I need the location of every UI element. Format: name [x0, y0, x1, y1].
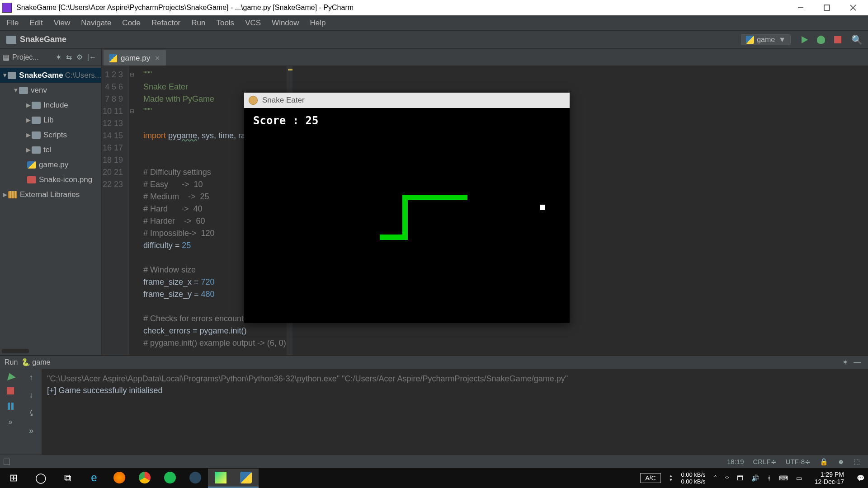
taskbar-edge[interactable]: e [81, 469, 107, 488]
menu-file[interactable]: File [3, 19, 24, 28]
menu-view[interactable]: View [48, 19, 76, 28]
menu-window[interactable]: Window [266, 19, 304, 28]
menu-edit[interactable]: Edit [24, 19, 48, 28]
tree-external-libraries[interactable]: ▶ External Libraries [0, 187, 101, 202]
run-configuration-selector[interactable]: game ▼ [741, 34, 791, 45]
console-output[interactable]: "C:\Users\Acer Aspire\AppData\Local\Prog… [42, 369, 868, 455]
project-tree[interactable]: ▼ SnakeGame C:\Users... ▼ venv ▶ Include… [0, 66, 101, 347]
wifi-icon[interactable]: ⌔ [725, 474, 729, 482]
debug-button[interactable] [817, 36, 825, 44]
snake-body [402, 195, 467, 200]
search-everywhere-icon[interactable]: 🔍 [851, 34, 863, 45]
tree-file-game[interactable]: game.py [0, 157, 101, 172]
menu-refactor[interactable]: Refactor [146, 19, 186, 28]
tree-lib[interactable]: ▶ Lib [0, 113, 101, 127]
chevron-right-icon[interactable]: ▶ [25, 102, 32, 108]
tree-tcl[interactable]: ▶ tcl [0, 142, 101, 157]
chevron-right-icon[interactable]: ▶ [25, 146, 32, 153]
run-button[interactable] [802, 36, 808, 43]
down-arrow-icon[interactable]: ↓ [29, 390, 33, 400]
more-icon[interactable]: » [29, 426, 33, 436]
stop-process-button[interactable] [7, 387, 14, 394]
project-tool-label[interactable]: Projec... [12, 53, 39, 61]
scroll-to-source-icon[interactable]: ⇆ [66, 53, 72, 61]
folder-icon [32, 146, 41, 154]
fold-gutter[interactable]: ⊟⊟ [129, 69, 135, 117]
chevron-right-icon[interactable]: ▶ [2, 191, 8, 198]
cortana-button[interactable]: ◯ [27, 468, 54, 488]
memory-icon[interactable]: ⬚ [854, 458, 860, 466]
settings-gear-icon[interactable]: ⚙ [76, 53, 83, 61]
taskbar-clock[interactable]: 1:29 PM 12-Dec-17 [810, 471, 849, 485]
tray-expand-icon[interactable]: ˄ [714, 474, 717, 482]
rerun-button[interactable] [5, 371, 16, 380]
run-target-name[interactable]: game [32, 358, 50, 366]
inspector-icon[interactable]: ☻ [837, 458, 844, 465]
navigation-bar: SnakeGame game ▼ 🔍 [0, 31, 868, 49]
start-button[interactable]: ⊞ [0, 468, 27, 488]
menu-help[interactable]: Help [305, 19, 331, 28]
game-surface[interactable]: Score : 25 [244, 108, 570, 323]
more-icon[interactable]: » [9, 418, 13, 426]
lock-icon[interactable]: 🔒 [820, 458, 828, 466]
volume-icon[interactable]: 🔊 [751, 474, 759, 482]
chevron-right-icon[interactable]: ▶ [25, 117, 32, 123]
tree-project-root[interactable]: ▼ SnakeGame C:\Users... [0, 68, 101, 83]
status-encoding[interactable]: UTF-8≑ [786, 458, 811, 466]
task-view-button[interactable]: ⧉ [54, 468, 81, 488]
location-icon[interactable]: ▭ [796, 474, 802, 482]
battery-icon[interactable]: 🗔 [737, 474, 743, 482]
menu-code[interactable]: Code [117, 19, 146, 28]
pause-button[interactable] [8, 403, 14, 410]
window-titlebar: SnakeGame [C:\Users\Acer Aspire\PycharmP… [0, 0, 868, 15]
collapse-all-icon[interactable]: ✶ [56, 53, 61, 61]
tree-venv[interactable]: ▼ venv [0, 83, 101, 98]
menu-run[interactable]: Run [186, 19, 211, 28]
tree-file-snakeicon[interactable]: Snake-icon.png [0, 172, 101, 187]
net-speed: 0.00 kB/s0.00 kB/s [681, 471, 705, 485]
taskbar-spotify[interactable] [157, 469, 183, 488]
taskbar-firefox[interactable] [107, 469, 132, 488]
notifications-icon[interactable]: 💬 [857, 474, 864, 482]
taskbar-pycharm[interactable] [208, 469, 233, 488]
keyboard-icon[interactable]: ⌨ [779, 474, 788, 482]
tree-scripts[interactable]: ▶ Scripts [0, 127, 101, 142]
bluetooth-icon[interactable]: ᚼ [767, 474, 771, 482]
project-view-icon[interactable]: ▤ [3, 53, 9, 61]
tool-windows-icon[interactable] [4, 459, 10, 465]
stop-button[interactable] [834, 36, 841, 43]
chevron-right-icon[interactable]: ▶ [25, 131, 32, 138]
taskbar-steam[interactable] [183, 469, 208, 488]
windows-taskbar: ⊞ ◯ ⧉ e A/C ▲▼ 0.00 kB/s0.00 kB/s ˄ ⌔ 🗔 … [0, 468, 868, 488]
image-file-icon [27, 176, 36, 183]
hide-tool-icon[interactable]: |← [87, 53, 96, 61]
status-line-sep[interactable]: CRLF≑ [753, 458, 777, 466]
horizontal-scrollbar[interactable] [2, 349, 29, 353]
python-icon [746, 36, 754, 44]
breadcrumb-root[interactable]: SnakeGame [20, 35, 66, 44]
python-icon [109, 54, 117, 62]
menu-tools[interactable]: Tools [211, 19, 240, 28]
tab-game-py[interactable]: game.py ✕ [104, 50, 166, 66]
pygame-titlebar[interactable]: Snake Eater [244, 93, 570, 108]
folder-icon [32, 102, 41, 109]
close-button[interactable] [840, 0, 866, 15]
minimize-button[interactable] [788, 0, 814, 15]
taskbar-chrome[interactable] [132, 469, 157, 488]
pygame-window[interactable]: Snake Eater Score : 25 [244, 93, 570, 323]
gear-icon[interactable]: ✶ [842, 358, 848, 366]
taskbar-python[interactable] [233, 469, 259, 488]
menu-navigate[interactable]: Navigate [75, 19, 117, 28]
chevron-down-icon[interactable]: ▼ [2, 72, 8, 79]
chevron-down-icon[interactable]: ▼ [13, 87, 19, 94]
run-config-name: game [757, 36, 775, 44]
status-bar: 18:19 CRLF≑ UTF-8≑ 🔒 ☻ ⬚ [0, 455, 868, 468]
menu-vcs[interactable]: VCS [240, 19, 266, 28]
wrap-icon[interactable]: ⤹ [28, 408, 35, 418]
ac-indicator[interactable]: A/C [640, 473, 660, 483]
up-arrow-icon[interactable]: ↑ [29, 373, 33, 382]
close-tab-icon[interactable]: ✕ [155, 54, 160, 62]
hide-icon[interactable]: — [854, 358, 861, 366]
tree-include[interactable]: ▶ Include [0, 98, 101, 113]
maximize-button[interactable] [814, 0, 840, 15]
